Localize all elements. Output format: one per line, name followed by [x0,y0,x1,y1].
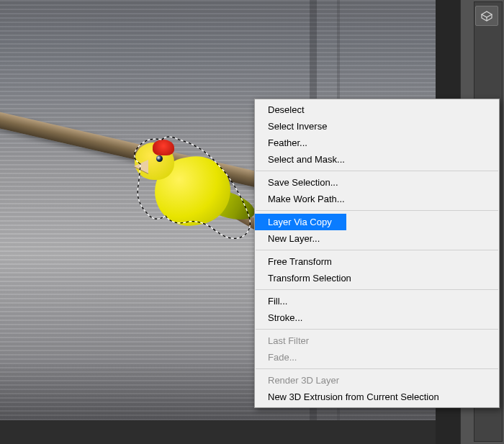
menu-separator [256,368,498,369]
menu-item[interactable]: New Layer... [255,230,499,247]
menu-item[interactable]: Make Work Path... [255,191,499,207]
menu-item: Render 3D Layer [255,372,499,389]
menu-separator [256,329,498,330]
menu-item[interactable]: Layer Via Copy [255,214,346,230]
menu-item[interactable]: New 3D Extrusion from Current Selection [255,389,499,405]
menu-item: Fade... [255,349,499,366]
menu-item[interactable]: Fill... [255,293,499,309]
context-menu[interactable]: DeselectSelect InverseFeather...Select a… [254,99,500,408]
menu-item: Last Filter [255,332,499,349]
menu-item[interactable]: Feather... [255,135,499,151]
menu-separator [256,289,498,290]
menu-item[interactable]: Select Inverse [255,118,499,135]
menu-item[interactable]: Stroke... [255,309,499,326]
workspace: DeselectSelect InverseFeather...Select a… [0,0,504,444]
selection-marquee [122,135,266,258]
menu-item[interactable]: Save Selection... [255,174,499,191]
menu-separator [256,171,498,171]
canvas-bottom-strip [0,420,436,444]
menu-separator [256,250,498,250]
menu-separator [256,210,498,211]
3d-panel-icon [480,10,494,22]
3d-panel-button[interactable] [475,6,498,26]
menu-item[interactable]: Transform Selection [255,270,499,286]
menu-item[interactable]: Deselect [255,101,499,118]
menu-item[interactable]: Select and Mask... [255,151,499,168]
menu-item[interactable]: Free Transform [255,253,499,270]
